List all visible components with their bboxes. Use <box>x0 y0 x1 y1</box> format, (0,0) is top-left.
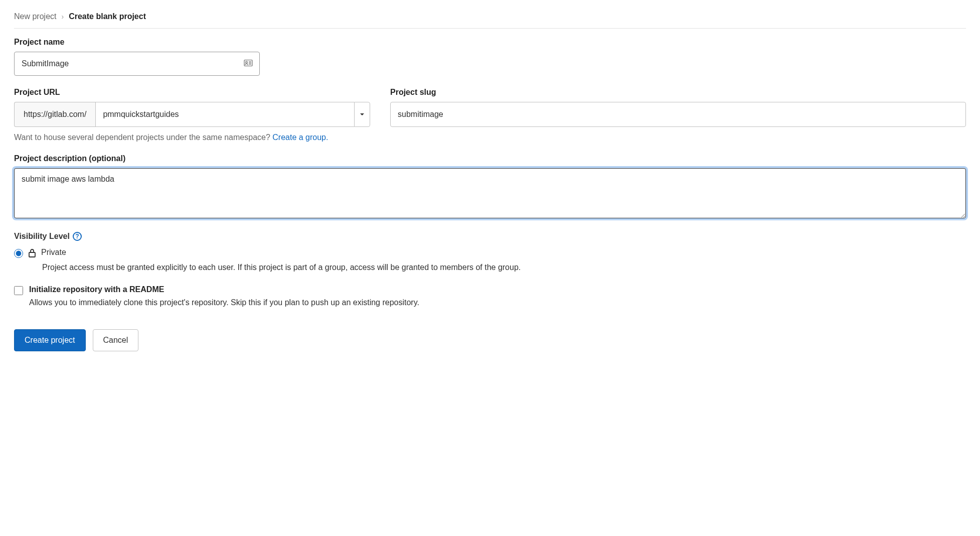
namespace-dropdown-toggle[interactable] <box>354 102 370 127</box>
lock-icon <box>28 248 36 259</box>
breadcrumb: New project › Create blank project <box>14 12 966 29</box>
description-textarea[interactable]: submit image aws lambda <box>14 168 966 218</box>
breadcrumb-current: Create blank project <box>69 12 146 21</box>
readme-group: Initialize repository with a README <box>14 285 966 295</box>
svg-point-1 <box>246 61 248 63</box>
visibility-group: Visibility Level ? Private Project acces… <box>14 232 966 272</box>
visibility-private-radio[interactable] <box>14 249 23 258</box>
project-slug-label: Project slug <box>390 88 966 97</box>
readme-checkbox[interactable] <box>14 286 23 295</box>
description-group: Project description (optional) submit im… <box>14 154 966 220</box>
visibility-private-title: Private <box>41 248 66 257</box>
group-hint-text: Want to house several dependent projects… <box>14 133 272 142</box>
project-name-label: Project name <box>14 38 966 47</box>
group-hint: Want to house several dependent projects… <box>14 133 966 142</box>
project-name-input[interactable] <box>14 52 260 76</box>
breadcrumb-parent[interactable]: New project <box>14 12 56 21</box>
create-project-button[interactable]: Create project <box>14 329 86 351</box>
url-slug-row: Project URL https://gitlab.com/ pmmquick… <box>14 88 966 142</box>
project-url-label: Project URL <box>14 88 370 97</box>
visibility-private-desc: Project access must be granted explicitl… <box>42 263 966 272</box>
chevron-down-icon <box>360 110 365 118</box>
url-prefix: https://gitlab.com/ <box>14 102 95 127</box>
button-row: Create project Cancel <box>14 329 966 351</box>
project-slug-input[interactable] <box>390 102 966 127</box>
namespace-select[interactable]: pmmquickstartguides <box>95 102 354 127</box>
breadcrumb-separator: › <box>61 13 64 21</box>
help-icon[interactable]: ? <box>73 232 82 241</box>
svg-rect-5 <box>29 252 35 257</box>
contact-card-icon <box>244 60 253 68</box>
description-label: Project description (optional) <box>14 154 966 163</box>
readme-desc: Allows you to immediately clone this pro… <box>29 298 966 307</box>
cancel-button[interactable]: Cancel <box>93 329 139 351</box>
project-name-group: Project name <box>14 38 966 76</box>
readme-title: Initialize repository with a README <box>29 285 164 294</box>
create-group-link[interactable]: Create a group. <box>272 133 328 142</box>
visibility-label: Visibility Level <box>14 232 70 241</box>
